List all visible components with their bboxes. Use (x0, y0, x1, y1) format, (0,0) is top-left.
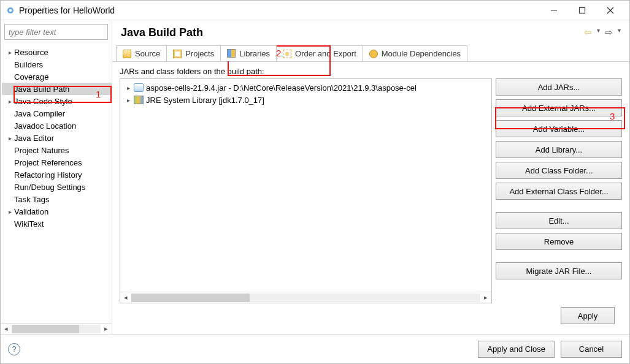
footer: ? Apply and Close Cancel (1, 334, 629, 363)
sidebar-item-project-natures[interactable]: Project Natures (2, 144, 112, 156)
chevron-right-icon[interactable]: ▸ (6, 49, 14, 56)
sidebar-item-project-references[interactable]: Project References (2, 156, 112, 169)
sidebar-item-label: Coverage (14, 72, 48, 82)
sidebar-item-java-compiler[interactable]: Java Compiler (2, 107, 112, 119)
sidebar-item-java-code-style[interactable]: ▸Java Code Style (2, 95, 112, 107)
tab-module-dependencies[interactable]: Module Dependencies (363, 45, 467, 61)
add-library-button[interactable]: Add Library... (496, 141, 622, 158)
sidebar-item-label: Java Build Path (14, 85, 69, 94)
scroll-right-icon[interactable]: ▸ (480, 294, 491, 301)
tab-source[interactable]: Source (116, 45, 167, 61)
filter-input[interactable] (4, 24, 108, 40)
module-dependencies-icon (369, 50, 378, 58)
jre-icon (134, 96, 144, 104)
forward-dropdown-icon[interactable]: ▾ (618, 27, 621, 38)
chevron-right-icon[interactable]: ▸ (6, 208, 14, 215)
library-label: JRE System Library [jdk1.7.0_17] (146, 96, 264, 105)
scroll-left-icon[interactable]: ◂ (1, 325, 12, 333)
apply-button[interactable]: Apply (561, 307, 615, 324)
button-column: Add JARs... Add External JARs... Add Var… (496, 78, 622, 303)
tab-label: Source (135, 49, 160, 58)
sidebar-item-wikitext[interactable]: WikiText (2, 218, 112, 230)
sidebar-item-task-tags[interactable]: Task Tags (2, 193, 112, 205)
scroll-thumb[interactable] (12, 325, 79, 333)
add-external-class-folder-button[interactable]: Add External Class Folder... (496, 183, 622, 200)
add-class-folder-button[interactable]: Add Class Folder... (496, 162, 622, 179)
apply-and-close-button[interactable]: Apply and Close (478, 341, 555, 358)
sidebar-item-label: Project References (14, 158, 82, 167)
sidebar-item-label: Run/Debug Settings (14, 183, 85, 192)
source-icon (123, 50, 131, 58)
sidebar-item-java-build-path[interactable]: Java Build Path (2, 83, 112, 95)
add-jars-button[interactable]: Add JARs... (496, 78, 622, 96)
sidebar-item-coverage[interactable]: Coverage (2, 70, 112, 83)
chevron-right-icon[interactable]: ▸ (6, 135, 14, 142)
back-icon[interactable]: ⇦ (584, 27, 592, 38)
sidebar-item-label: Task Tags (14, 195, 50, 204)
tab-label: Projects (185, 49, 214, 58)
sidebar: ▸ResourceBuildersCoverageJava Build Path… (1, 20, 112, 334)
svg-point-1 (9, 9, 12, 12)
library-label: aspose-cells-21.9.4.jar - D:\NetCore\Rel… (146, 83, 417, 93)
projects-icon (173, 50, 182, 58)
library-list[interactable]: ▸aspose-cells-21.9.4.jar - D:\NetCore\Re… (120, 78, 492, 303)
window-title: Properties for HelloWorld (19, 6, 115, 15)
chevron-right-icon[interactable]: ▸ (124, 85, 133, 91)
sidebar-item-java-editor[interactable]: ▸Java Editor (2, 132, 112, 144)
chevron-right-icon[interactable]: ▸ (6, 98, 14, 105)
add-variable-button[interactable]: Add Variable... (496, 120, 622, 137)
sidebar-item-javadoc-location[interactable]: Javadoc Location (2, 119, 112, 132)
sidebar-item-label: Java Code Style (14, 97, 72, 106)
sidebar-item-label: Refactoring History (14, 170, 82, 180)
chevron-right-icon[interactable]: ▸ (124, 97, 133, 104)
close-button[interactable] (596, 1, 624, 20)
list-scrollbar[interactable]: ◂ ▸ (120, 292, 491, 303)
library-row[interactable]: ▸JRE System Library [jdk1.7.0_17] (124, 94, 488, 106)
nav-arrows: ⇦ ▾ ⇨ ▾ (584, 27, 621, 38)
maximize-button[interactable] (568, 1, 596, 20)
titlebar: Properties for HelloWorld (1, 1, 629, 20)
library-row[interactable]: ▸aspose-cells-21.9.4.jar - D:\NetCore\Re… (124, 82, 488, 94)
sidebar-scrollbar[interactable]: ◂ ▸ (1, 323, 112, 334)
list-label: JARs and class folders on the build path… (120, 67, 622, 76)
sidebar-item-label: Builders (14, 60, 43, 69)
sidebar-item-label: Java Compiler (14, 109, 65, 118)
sidebar-tree[interactable]: ▸ResourceBuildersCoverageJava Build Path… (1, 44, 112, 323)
back-dropdown-icon[interactable]: ▾ (597, 27, 600, 38)
tab-libraries[interactable]: Libraries (220, 45, 277, 61)
add-external-jars-button[interactable]: Add External JARs... (496, 99, 622, 116)
svg-rect-3 (580, 7, 585, 13)
sidebar-item-validation[interactable]: ▸Validation (2, 205, 112, 218)
libraries-icon (227, 49, 236, 58)
tab-label: Libraries (239, 49, 270, 58)
forward-icon[interactable]: ⇨ (605, 27, 613, 38)
sidebar-item-label: Project Natures (14, 146, 69, 155)
main-panel: Java Build Path ⇦ ▾ ⇨ ▾ SourceProjectsLi… (112, 20, 629, 334)
scroll-thumb[interactable] (131, 294, 250, 302)
app-icon (6, 6, 15, 15)
sidebar-item-builders[interactable]: Builders (2, 58, 112, 70)
remove-button[interactable]: Remove (496, 233, 622, 250)
sidebar-item-label: Resource (14, 48, 48, 57)
sidebar-item-label: Javadoc Location (14, 121, 76, 131)
jar-icon (134, 83, 144, 92)
tab-label: Order and Export (295, 49, 356, 58)
sidebar-item-run-debug-settings[interactable]: Run/Debug Settings (2, 181, 112, 193)
minimize-button[interactable] (540, 1, 568, 20)
sidebar-item-refactoring-history[interactable]: Refactoring History (2, 169, 112, 181)
tab-bar: SourceProjectsLibrariesOrder and ExportM… (112, 45, 629, 62)
tab-order-and-export[interactable]: Order and Export (276, 45, 363, 61)
properties-window: Properties for HelloWorld ▸ResourceBuild… (0, 0, 630, 364)
scroll-right-icon[interactable]: ▸ (101, 325, 112, 333)
tab-projects[interactable]: Projects (166, 45, 221, 61)
help-icon[interactable]: ? (8, 343, 20, 355)
sidebar-item-resource[interactable]: ▸Resource (2, 46, 112, 58)
cancel-button[interactable]: Cancel (561, 341, 622, 358)
migrate-jar-button[interactable]: Migrate JAR File... (496, 262, 622, 279)
page-title: Java Build Path (121, 26, 203, 39)
edit-button[interactable]: Edit... (496, 212, 622, 229)
sidebar-item-label: WikiText (14, 219, 44, 229)
sidebar-item-label: Validation (14, 207, 48, 216)
order-and-export-icon (283, 50, 291, 58)
scroll-left-icon[interactable]: ◂ (120, 294, 131, 301)
